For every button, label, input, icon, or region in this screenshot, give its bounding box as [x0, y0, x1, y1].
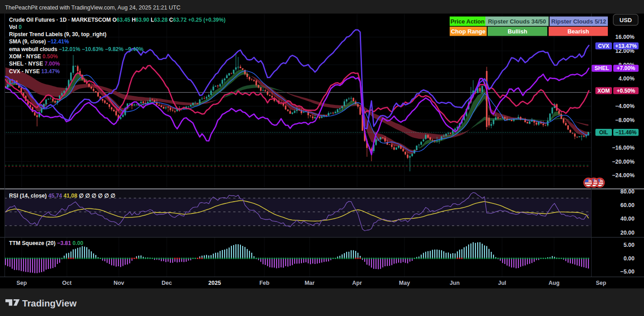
svg-text:60.00: 60.00: [620, 202, 635, 208]
svg-text:5.00: 5.00: [624, 242, 635, 248]
svg-text:CVX - NYSE 13.47%: CVX - NYSE 13.47%: [9, 68, 60, 75]
svg-text:−4.00%: −4.00%: [615, 103, 635, 109]
svg-text:TradingView: TradingView: [22, 298, 76, 308]
svg-text:+7.00%: +7.00%: [616, 65, 635, 71]
svg-text:Sep: Sep: [17, 280, 27, 286]
svg-text:Bullish: Bullish: [508, 28, 527, 35]
svg-text:Feb: Feb: [259, 280, 270, 286]
svg-text:Price Action: Price Action: [451, 18, 484, 25]
svg-text:2025: 2025: [208, 280, 221, 286]
svg-text:Chop Range: Chop Range: [451, 28, 486, 35]
svg-text:Ripster Trend Labels (9, 30, t: Ripster Trend Labels (9, 30, top_right): [9, 31, 106, 38]
svg-text:Nov: Nov: [113, 280, 124, 286]
svg-text:SMA (9, close) −12.41%: SMA (9, close) −12.41%: [9, 38, 69, 45]
svg-text:Jun: Jun: [450, 280, 460, 286]
svg-text:USD: USD: [620, 17, 632, 24]
svg-text:−24.00%: −24.00%: [612, 172, 635, 179]
svg-text:TTM Squeeze (20) −3.81 0.00: TTM Squeeze (20) −3.81 0.00: [9, 240, 84, 246]
svg-text:Dec: Dec: [162, 280, 172, 286]
svg-text:Ripster Clouds 34/50: Ripster Clouds 34/50: [488, 18, 546, 25]
svg-text:+0.50%: +0.50%: [616, 88, 635, 94]
svg-text:May: May: [399, 280, 410, 286]
svg-text:OIL: OIL: [599, 129, 608, 136]
svg-text:40.00: 40.00: [620, 216, 635, 222]
svg-text:−8.00%: −8.00%: [615, 117, 635, 123]
svg-text:4.00%: 4.00%: [619, 75, 635, 82]
svg-text:−20.00%: −20.00%: [612, 159, 635, 165]
svg-text:Sep: Sep: [596, 280, 606, 286]
svg-text:ThePeachPit created with Tradi: ThePeachPit created with TradingView.com…: [5, 5, 180, 11]
svg-text:RSI (14, close) 45.74 41.08: RSI (14, close) 45.74 41.08 ∅ ∅ ∅ ∅ ∅ ∅: [9, 193, 115, 199]
svg-text:−5.00: −5.00: [620, 269, 635, 275]
svg-text:0.00: 0.00: [624, 255, 635, 262]
svg-text:20.00: 20.00: [620, 230, 635, 236]
svg-text:CVX: CVX: [598, 43, 609, 49]
svg-text:Apr: Apr: [352, 280, 362, 286]
svg-text:Bearish: Bearish: [568, 28, 589, 35]
svg-text:XOM · NYSE 0.50%: XOM · NYSE 0.50%: [9, 53, 58, 60]
svg-text:+13.47%: +13.47%: [615, 43, 637, 49]
svg-text:16.00%: 16.00%: [616, 34, 635, 40]
svg-text:−16.00%: −16.00%: [612, 145, 635, 151]
svg-text:Ripster Clouds 5/12: Ripster Clouds 5/12: [551, 18, 606, 25]
svg-text:Mar: Mar: [305, 280, 315, 286]
svg-text:Vol 0: Vol 0: [9, 24, 22, 30]
svg-text:ema webull clouds −12.01% −1: ema webull clouds −12.01% −10.63% −9.82%…: [9, 46, 144, 52]
svg-text:Jul: Jul: [498, 280, 506, 286]
svg-text:SHEL: SHEL: [595, 65, 609, 71]
svg-text:XOM: XOM: [597, 88, 610, 94]
svg-text:SHEL · NYSE 7.00%: SHEL · NYSE 7.00%: [9, 61, 60, 67]
svg-text:−11.46%: −11.46%: [615, 129, 636, 136]
svg-text:Aug: Aug: [549, 280, 559, 286]
svg-text:80.00: 80.00: [620, 189, 635, 195]
svg-text:Crude Oil Futures · 1D · MARKE: Crude Oil Futures · 1D · MARKETSCOM O63.…: [9, 17, 226, 23]
svg-text:Oct: Oct: [62, 280, 72, 286]
